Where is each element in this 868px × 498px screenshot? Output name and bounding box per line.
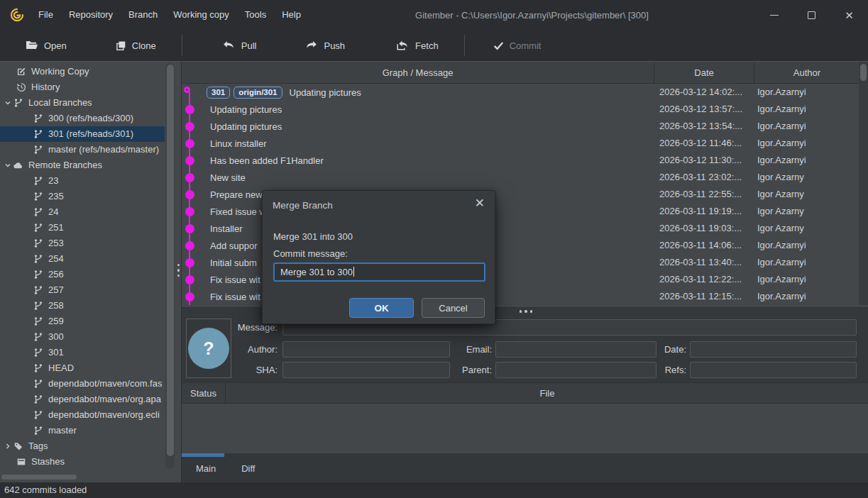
sidebar-item-253[interactable]: 253: [0, 236, 165, 251]
parent-label: Parent:: [423, 362, 492, 378]
sidebar-item-257[interactable]: 257: [0, 282, 165, 298]
column-header-status[interactable]: Status: [182, 383, 226, 404]
commit-row[interactable]: Linux installer2026-03-12 11:46:...Igor.…: [182, 135, 859, 152]
file-table-header: Status File: [182, 382, 868, 404]
sidebar-item-251[interactable]: 251: [0, 220, 165, 236]
commit-list-scrollbar-thumb[interactable]: [860, 64, 867, 81]
graph-node: [185, 156, 194, 165]
commit-message: Linux installer: [210, 138, 267, 149]
ok-button[interactable]: OK: [349, 298, 414, 318]
commit-date: 2026-03-12 13:57:...: [659, 101, 753, 118]
commit-date: 2026-03-12 11:46:...: [659, 135, 753, 152]
sidebar-item-label: 258: [48, 298, 64, 314]
menu-item-tools[interactable]: Tools: [237, 0, 274, 30]
close-button[interactable]: ✕: [830, 0, 868, 30]
sidebar-item-300-refs-heads-300[interactable]: 300 (refs/heads/300): [0, 111, 165, 126]
sidebar-item-dependabot-maven-org-apa[interactable]: dependabot/maven/org.apa: [0, 392, 165, 407]
repository-tree: Working CopyHistoryLocal Branches300 (re…: [0, 64, 165, 470]
open-button[interactable]: Open: [21, 34, 71, 57]
sidebar-item-label: Tags: [28, 438, 48, 454]
branch-icon: [33, 316, 43, 326]
menu-item-help[interactable]: Help: [274, 0, 309, 30]
sidebar-item-remote-branches[interactable]: Remote Branches: [0, 157, 165, 173]
sidebar-item-300[interactable]: 300: [0, 329, 165, 345]
repository-tree-panel: Working CopyHistoryLocal Branches300 (re…: [0, 62, 176, 483]
sidebar-item-258[interactable]: 258: [0, 298, 165, 314]
sidebar-item-254[interactable]: 254: [0, 251, 165, 267]
commit-author: Igor.Azarnyi: [757, 237, 857, 254]
sidebar-item-label: 24: [48, 204, 58, 220]
commit-author: Igor.Azarnyi: [757, 84, 857, 101]
column-header-file[interactable]: File: [226, 383, 868, 404]
sidebar-item-dependabot-maven-org-ecli[interactable]: dependabot/maven/org.ecli: [0, 407, 165, 423]
details-splitter-handle[interactable]: [515, 309, 537, 314]
sidebar-item-label: HEAD: [48, 360, 74, 376]
menu-item-branch[interactable]: Branch: [121, 0, 165, 30]
commit-message-input[interactable]: Merge 301 to 300: [273, 262, 485, 282]
cancel-button[interactable]: Cancel: [422, 298, 485, 318]
commit-row[interactable]: Updating pictures2026-03-12 13:54:...Igo…: [182, 118, 859, 135]
menu-item-working-copy[interactable]: Working copy: [165, 0, 237, 30]
push-button-label: Push: [324, 40, 345, 51]
column-header-date[interactable]: Date: [654, 62, 754, 84]
chevron-right-icon[interactable]: [3, 443, 13, 450]
maximize-button[interactable]: [793, 0, 830, 30]
commit-row[interactable]: Updating pictures2026-03-12 13:57:...Igo…: [182, 101, 859, 118]
commit-button[interactable]: Commit: [489, 34, 546, 57]
window-controls: ✕: [755, 0, 868, 30]
sidebar-item-301[interactable]: 301: [0, 345, 165, 360]
sidebar-horizontal-scrollbar-thumb[interactable]: [1, 475, 77, 480]
sidebar-item-stashes[interactable]: Stashes: [0, 454, 165, 470]
sidebar-item-tags[interactable]: Tags: [0, 438, 165, 454]
sidebar-vertical-scrollbar-thumb[interactable]: [167, 65, 174, 456]
sidebar-item-259[interactable]: 259: [0, 314, 165, 329]
chevron-down-icon[interactable]: [3, 162, 13, 169]
menu-bar: FileRepositoryBranchWorking copyToolsHel…: [31, 0, 309, 30]
sidebar-item-working-copy[interactable]: Working Copy: [0, 64, 165, 79]
commit-row[interactable]: 301origin/301Updating pictures2026-03-12…: [182, 84, 859, 101]
column-header-author[interactable]: Author: [754, 62, 859, 84]
sidebar-item-history[interactable]: History: [0, 79, 165, 95]
push-button[interactable]: Push: [300, 34, 349, 57]
commit-date: 2026-03-11 12:22:...: [659, 271, 753, 288]
graph-node: [185, 275, 194, 284]
sidebar-item-label: 256: [48, 267, 64, 282]
commit-row[interactable]: New site2026-03-11 23:02:...Igor Azarny: [182, 169, 859, 186]
parent-field[interactable]: [495, 362, 657, 378]
sidebar-item-master[interactable]: master: [0, 423, 165, 438]
sidebar-item-301-refs-heads-301[interactable]: 301 (refs/heads/301): [0, 126, 165, 142]
fetch-button[interactable]: Fetch: [392, 34, 443, 57]
pull-button[interactable]: Pull: [218, 34, 261, 57]
sidebar-item-235[interactable]: 235: [0, 189, 165, 204]
sidebar-splitter-handle[interactable]: [176, 262, 181, 279]
menu-item-file[interactable]: File: [31, 0, 61, 30]
sidebar-item-head[interactable]: HEAD: [0, 360, 165, 376]
sidebar-item-256[interactable]: 256: [0, 267, 165, 282]
sidebar-item-label: master: [48, 423, 77, 438]
clone-button[interactable]: Clone: [111, 34, 160, 57]
commit-message-cell: Has been added F1Handler: [206, 152, 644, 169]
minimize-button[interactable]: [755, 0, 793, 30]
sidebar-item-local-branches[interactable]: Local Branches: [0, 95, 165, 111]
sidebar-item-dependabot-maven-com-fas[interactable]: dependabot/maven/com.fas: [0, 376, 165, 392]
avatar-frame: ?: [186, 319, 231, 378]
branch-icon: [33, 223, 43, 233]
chevron-down-icon[interactable]: [3, 99, 13, 106]
date-field[interactable]: [690, 341, 857, 358]
sidebar-item-master-refs-heads-master[interactable]: master (refs/heads/master): [0, 142, 165, 157]
refs-field[interactable]: [690, 362, 857, 378]
tab-main[interactable]: Main: [192, 462, 219, 475]
dialog-close-icon[interactable]: ✕: [475, 197, 485, 209]
sidebar-item-23[interactable]: 23: [0, 173, 165, 189]
menu-item-repository[interactable]: Repository: [61, 0, 121, 30]
tab-diff[interactable]: Diff: [238, 462, 258, 475]
sidebar-item-label: 259: [48, 314, 64, 329]
sidebar-item-24[interactable]: 24: [0, 204, 165, 220]
email-field[interactable]: [495, 341, 657, 358]
folder-open-icon: [26, 40, 38, 50]
commit-message-cell: Updating pictures: [206, 118, 644, 135]
ref-badge-origin-301: origin/301: [234, 87, 282, 99]
column-header-graph-message[interactable]: Graph / Message: [182, 62, 654, 84]
commit-row[interactable]: Has been added F1Handler2026-03-12 11:30…: [182, 152, 859, 169]
sidebar-item-label: 254: [48, 251, 64, 267]
